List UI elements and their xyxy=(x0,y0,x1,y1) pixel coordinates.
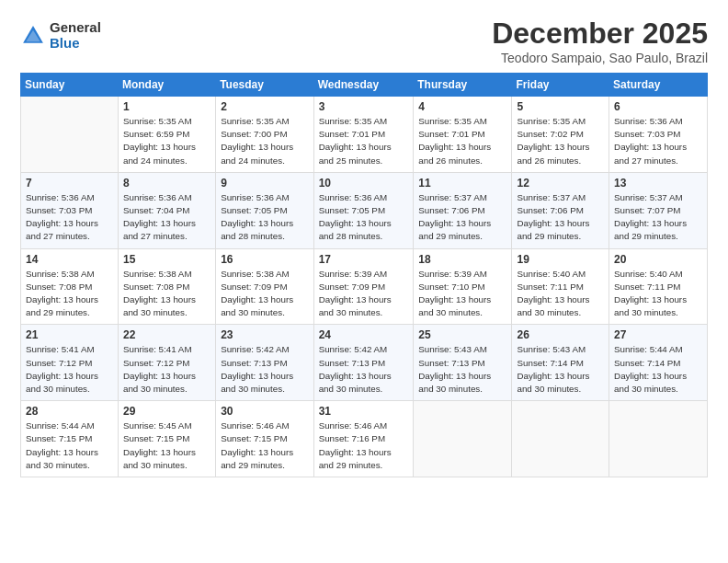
day-number: 10 xyxy=(319,177,409,190)
calendar-cell: 15Sunrise: 5:38 AMSunset: 7:08 PMDayligh… xyxy=(118,248,215,325)
calendar-week-row: 28Sunrise: 5:44 AMSunset: 7:15 PMDayligh… xyxy=(21,401,708,477)
calendar-cell: 6Sunrise: 5:36 AMSunset: 7:03 PMDaylight… xyxy=(609,97,708,173)
weekday-header: Saturday xyxy=(609,74,708,97)
day-info: Sunrise: 5:39 AMSunset: 7:09 PMDaylight:… xyxy=(319,268,409,320)
weekday-header: Thursday xyxy=(414,74,512,97)
calendar-cell: 8Sunrise: 5:36 AMSunset: 7:04 PMDaylight… xyxy=(118,172,215,248)
calendar-cell: 25Sunrise: 5:43 AMSunset: 7:13 PMDayligh… xyxy=(414,325,512,401)
day-number: 7 xyxy=(26,177,113,190)
day-number: 29 xyxy=(123,405,210,418)
day-info: Sunrise: 5:46 AMSunset: 7:16 PMDaylight:… xyxy=(319,419,409,472)
day-number: 17 xyxy=(319,253,409,266)
calendar-cell: 2Sunrise: 5:35 AMSunset: 7:00 PMDaylight… xyxy=(216,97,313,173)
day-info: Sunrise: 5:36 AMSunset: 7:05 PMDaylight:… xyxy=(319,191,409,244)
day-info: Sunrise: 5:36 AMSunset: 7:05 PMDaylight:… xyxy=(221,191,308,244)
day-info: Sunrise: 5:45 AMSunset: 7:15 PMDaylight:… xyxy=(123,419,210,472)
calendar-cell: 19Sunrise: 5:40 AMSunset: 7:11 PMDayligh… xyxy=(512,248,609,325)
day-number: 24 xyxy=(319,328,409,341)
calendar-cell: 28Sunrise: 5:44 AMSunset: 7:15 PMDayligh… xyxy=(21,401,119,477)
day-number: 12 xyxy=(517,177,604,190)
day-info: Sunrise: 5:38 AMSunset: 7:08 PMDaylight:… xyxy=(26,268,113,320)
calendar-cell: 3Sunrise: 5:35 AMSunset: 7:01 PMDaylight… xyxy=(313,97,414,173)
day-number: 19 xyxy=(517,253,604,266)
calendar-table: SundayMondayTuesdayWednesdayThursdayFrid… xyxy=(20,73,708,477)
calendar-cell: 7Sunrise: 5:36 AMSunset: 7:03 PMDaylight… xyxy=(21,172,119,248)
calendar-week-row: 7Sunrise: 5:36 AMSunset: 7:03 PMDaylight… xyxy=(21,172,708,248)
day-info: Sunrise: 5:36 AMSunset: 7:03 PMDaylight:… xyxy=(26,191,113,244)
calendar-cell: 1Sunrise: 5:35 AMSunset: 6:59 PMDaylight… xyxy=(118,97,215,173)
calendar-cell: 22Sunrise: 5:41 AMSunset: 7:12 PMDayligh… xyxy=(118,325,215,401)
calendar-header-row: SundayMondayTuesdayWednesdayThursdayFrid… xyxy=(21,74,708,97)
logo-icon xyxy=(20,23,46,49)
day-info: Sunrise: 5:39 AMSunset: 7:10 PMDaylight:… xyxy=(418,268,506,320)
day-info: Sunrise: 5:42 AMSunset: 7:13 PMDaylight:… xyxy=(221,343,308,396)
day-number: 16 xyxy=(221,253,308,266)
day-number: 9 xyxy=(221,177,308,190)
calendar-cell: 24Sunrise: 5:42 AMSunset: 7:13 PMDayligh… xyxy=(313,325,414,401)
calendar-cell: 5Sunrise: 5:35 AMSunset: 7:02 PMDaylight… xyxy=(512,97,609,173)
calendar-cell: 17Sunrise: 5:39 AMSunset: 7:09 PMDayligh… xyxy=(313,248,414,325)
calendar-cell xyxy=(512,401,609,477)
day-info: Sunrise: 5:35 AMSunset: 7:00 PMDaylight:… xyxy=(221,115,308,167)
logo-general: General xyxy=(50,20,101,36)
weekday-header: Monday xyxy=(118,74,215,97)
calendar-week-row: 14Sunrise: 5:38 AMSunset: 7:08 PMDayligh… xyxy=(21,248,708,325)
day-number: 4 xyxy=(418,100,506,113)
day-info: Sunrise: 5:36 AMSunset: 7:04 PMDaylight:… xyxy=(123,191,210,244)
day-info: Sunrise: 5:43 AMSunset: 7:13 PMDaylight:… xyxy=(418,343,506,396)
calendar-cell: 13Sunrise: 5:37 AMSunset: 7:07 PMDayligh… xyxy=(609,172,708,248)
day-info: Sunrise: 5:44 AMSunset: 7:15 PMDaylight:… xyxy=(26,419,113,472)
day-info: Sunrise: 5:36 AMSunset: 7:03 PMDaylight:… xyxy=(614,115,702,167)
day-info: Sunrise: 5:40 AMSunset: 7:11 PMDaylight:… xyxy=(517,268,604,320)
day-info: Sunrise: 5:35 AMSunset: 7:01 PMDaylight:… xyxy=(418,115,506,167)
calendar-cell: 31Sunrise: 5:46 AMSunset: 7:16 PMDayligh… xyxy=(313,401,414,477)
day-info: Sunrise: 5:40 AMSunset: 7:11 PMDaylight:… xyxy=(614,268,702,320)
weekday-header: Friday xyxy=(512,74,609,97)
day-number: 25 xyxy=(418,328,506,341)
day-info: Sunrise: 5:38 AMSunset: 7:09 PMDaylight:… xyxy=(221,268,308,320)
day-info: Sunrise: 5:37 AMSunset: 7:07 PMDaylight:… xyxy=(614,191,702,244)
day-number: 23 xyxy=(221,328,308,341)
day-info: Sunrise: 5:35 AMSunset: 7:01 PMDaylight:… xyxy=(319,115,409,167)
day-number: 13 xyxy=(614,177,702,190)
day-info: Sunrise: 5:41 AMSunset: 7:12 PMDaylight:… xyxy=(26,343,113,396)
day-number: 6 xyxy=(614,100,702,113)
calendar-cell: 9Sunrise: 5:36 AMSunset: 7:05 PMDaylight… xyxy=(216,172,313,248)
day-number: 2 xyxy=(221,100,308,113)
weekday-header: Tuesday xyxy=(216,74,313,97)
day-info: Sunrise: 5:37 AMSunset: 7:06 PMDaylight:… xyxy=(517,191,604,244)
location: Teodoro Sampaio, Sao Paulo, Brazil xyxy=(492,51,708,65)
logo: General Blue xyxy=(20,20,101,51)
day-info: Sunrise: 5:43 AMSunset: 7:14 PMDaylight:… xyxy=(517,343,604,396)
day-info: Sunrise: 5:44 AMSunset: 7:14 PMDaylight:… xyxy=(614,343,702,396)
calendar-cell: 20Sunrise: 5:40 AMSunset: 7:11 PMDayligh… xyxy=(609,248,708,325)
calendar-cell xyxy=(21,97,119,173)
day-info: Sunrise: 5:37 AMSunset: 7:06 PMDaylight:… xyxy=(418,191,506,244)
day-number: 20 xyxy=(614,253,702,266)
day-number: 1 xyxy=(123,100,210,113)
calendar-cell: 21Sunrise: 5:41 AMSunset: 7:12 PMDayligh… xyxy=(21,325,119,401)
calendar-cell: 30Sunrise: 5:46 AMSunset: 7:15 PMDayligh… xyxy=(216,401,313,477)
calendar-cell: 29Sunrise: 5:45 AMSunset: 7:15 PMDayligh… xyxy=(118,401,215,477)
calendar-cell: 26Sunrise: 5:43 AMSunset: 7:14 PMDayligh… xyxy=(512,325,609,401)
day-info: Sunrise: 5:35 AMSunset: 7:02 PMDaylight:… xyxy=(517,115,604,167)
day-number: 27 xyxy=(614,328,702,341)
calendar-cell: 16Sunrise: 5:38 AMSunset: 7:09 PMDayligh… xyxy=(216,248,313,325)
day-info: Sunrise: 5:41 AMSunset: 7:12 PMDaylight:… xyxy=(123,343,210,396)
day-number: 18 xyxy=(418,253,506,266)
calendar-cell xyxy=(609,401,708,477)
calendar-cell: 14Sunrise: 5:38 AMSunset: 7:08 PMDayligh… xyxy=(21,248,119,325)
calendar-cell: 18Sunrise: 5:39 AMSunset: 7:10 PMDayligh… xyxy=(414,248,512,325)
calendar-cell: 10Sunrise: 5:36 AMSunset: 7:05 PMDayligh… xyxy=(313,172,414,248)
day-info: Sunrise: 5:38 AMSunset: 7:08 PMDaylight:… xyxy=(123,268,210,320)
day-number: 30 xyxy=(221,405,308,418)
weekday-header: Sunday xyxy=(21,74,119,97)
calendar-cell: 27Sunrise: 5:44 AMSunset: 7:14 PMDayligh… xyxy=(609,325,708,401)
title-area: December 2025 Teodoro Sampaio, Sao Paulo… xyxy=(492,17,708,65)
logo-text: General Blue xyxy=(50,20,101,51)
header-area: General Blue December 2025 Teodoro Sampa… xyxy=(20,17,708,65)
day-number: 5 xyxy=(517,100,604,113)
day-info: Sunrise: 5:42 AMSunset: 7:13 PMDaylight:… xyxy=(319,343,409,396)
day-info: Sunrise: 5:35 AMSunset: 6:59 PMDaylight:… xyxy=(123,115,210,167)
calendar-week-row: 21Sunrise: 5:41 AMSunset: 7:12 PMDayligh… xyxy=(21,325,708,401)
